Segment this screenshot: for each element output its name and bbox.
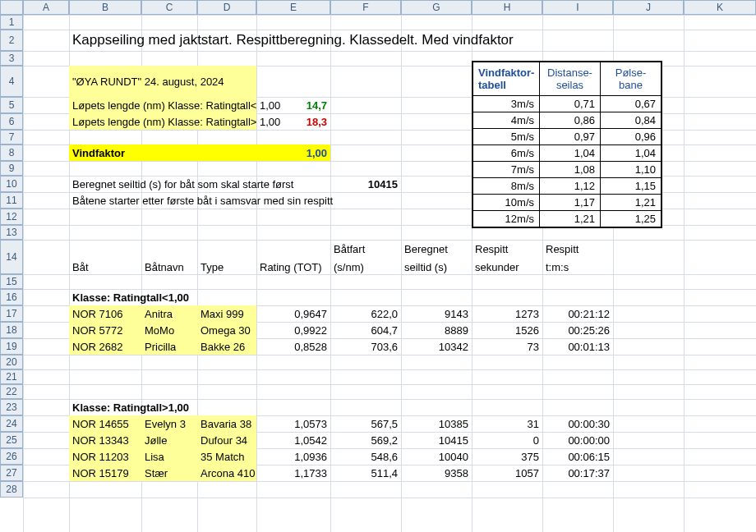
row-header[interactable]: 12 (0, 209, 23, 225)
col-header[interactable]: G (401, 0, 472, 15)
row-header[interactable]: 4 (0, 66, 23, 97)
row-header[interactable]: 16 (0, 289, 23, 305)
table-cell[interactable]: NOR 14655 (69, 415, 141, 432)
row-header[interactable]: 26 (0, 448, 23, 465)
row-header[interactable]: 19 (0, 338, 23, 355)
row-header[interactable]: 21 (0, 369, 23, 384)
table-cell[interactable]: 00:06:15 (542, 448, 613, 465)
row-header[interactable]: 13 (0, 225, 23, 240)
table-cell[interactable]: 703,6 (330, 338, 401, 355)
table-cell[interactable]: Pricilla (141, 338, 197, 355)
col-header[interactable]: E (256, 0, 330, 15)
row-header[interactable]: 3 (0, 51, 23, 66)
table-cell[interactable]: NOR 2682 (69, 338, 141, 355)
table-cell[interactable]: 0,8528 (256, 338, 330, 355)
table-cell[interactable]: Bakke 26 (197, 338, 256, 355)
col-header[interactable]: F (330, 0, 401, 15)
table-cell[interactable]: NOR 15179 (69, 465, 141, 481)
row-header[interactable]: 7 (0, 130, 23, 144)
table-cell[interactable]: Maxi 999 (197, 305, 256, 322)
table-cell[interactable]: 73 (472, 338, 542, 355)
table-cell[interactable]: 569,2 (330, 432, 401, 448)
table-cell[interactable]: 1526 (472, 322, 542, 338)
table-cell[interactable]: 375 (472, 448, 542, 465)
col-header[interactable]: H (472, 0, 542, 15)
table-cell[interactable]: 548,6 (330, 448, 401, 465)
row-header[interactable]: 28 (0, 481, 23, 498)
table-cell[interactable]: 00:00:30 (542, 415, 613, 432)
row-header[interactable]: 24 (0, 415, 23, 432)
table-cell[interactable]: 9143 (401, 305, 472, 322)
table-cell[interactable]: Jølle (141, 432, 197, 448)
row-header[interactable]: 10 (0, 176, 23, 192)
col-header[interactable]: K (684, 0, 756, 15)
table-cell[interactable]: 1,0936 (256, 448, 330, 465)
table-cell[interactable]: 10385 (401, 415, 472, 432)
row-header[interactable]: 18 (0, 322, 23, 338)
col-header[interactable]: C (141, 0, 197, 15)
table-cell[interactable]: Bavaria 38 (197, 415, 256, 432)
table-cell[interactable]: 622,0 (330, 305, 401, 322)
row-header[interactable]: 1 (0, 15, 23, 30)
row-header[interactable]: 20 (0, 355, 23, 369)
col-header[interactable]: I (542, 0, 613, 15)
cell-area[interactable]: Kappseiling med jaktstart. Respittberegn… (23, 15, 756, 532)
table-cell[interactable]: 10040 (401, 448, 472, 465)
row-header[interactable]: 5 (0, 97, 23, 113)
table-cell[interactable]: 0 (472, 432, 542, 448)
table-cell[interactable]: 8889 (401, 322, 472, 338)
row-header[interactable]: 8 (0, 144, 23, 161)
table-cell[interactable]: 604,7 (330, 322, 401, 338)
row-header[interactable]: 6 (0, 113, 23, 130)
table-cell[interactable]: Dufour 34 (197, 432, 256, 448)
table-cell[interactable]: 10342 (401, 338, 472, 355)
col-header[interactable]: A (23, 0, 69, 15)
table-cell[interactable]: NOR 11203 (69, 448, 141, 465)
table-cell[interactable]: NOR 7106 (69, 305, 141, 322)
table-cell[interactable]: Stær (141, 465, 197, 481)
col-header[interactable]: J (613, 0, 684, 15)
col-header[interactable]: B (69, 0, 141, 15)
table-cell[interactable]: Evelyn 3 (141, 415, 197, 432)
table-cell[interactable]: MoMo (141, 322, 197, 338)
table-cell[interactable]: 00:17:37 (542, 465, 613, 481)
table-cell[interactable]: 0,9922 (256, 322, 330, 338)
table-cell[interactable]: NOR 13343 (69, 432, 141, 448)
table-cell[interactable]: 1057 (472, 465, 542, 481)
wind-value[interactable]: 1,00 (256, 144, 330, 161)
len1-value[interactable]: 14,7 (256, 97, 330, 113)
row-header[interactable]: 22 (0, 384, 23, 399)
table-cell[interactable]: Anitra (141, 305, 197, 322)
table-cell[interactable]: 00:21:12 (542, 305, 613, 322)
table-cell[interactable]: 10415 (401, 432, 472, 448)
table-cell[interactable]: Arcona 410 (197, 465, 256, 481)
table-cell[interactable]: 1,1733 (256, 465, 330, 481)
row-header[interactable]: 27 (0, 465, 23, 481)
table-cell[interactable]: 00:00:00 (542, 432, 613, 448)
table-cell[interactable]: 511,4 (330, 465, 401, 481)
row-header[interactable]: 25 (0, 432, 23, 448)
row-header[interactable]: 9 (0, 161, 23, 176)
table-cell[interactable]: 00:25:26 (542, 322, 613, 338)
table-cell[interactable]: 567,5 (330, 415, 401, 432)
table-cell[interactable]: 1273 (472, 305, 542, 322)
table-cell[interactable]: 31 (472, 415, 542, 432)
table-cell[interactable]: 35 Match (197, 448, 256, 465)
row-header[interactable]: 15 (0, 274, 23, 289)
table-cell[interactable]: 9358 (401, 465, 472, 481)
corner-cell[interactable] (0, 0, 23, 15)
table-cell[interactable]: Omega 30 (197, 322, 256, 338)
table-cell[interactable]: 0,9647 (256, 305, 330, 322)
col-header[interactable]: D (197, 0, 256, 15)
table-cell[interactable]: 1,0573 (256, 415, 330, 432)
row-header[interactable]: 14 (0, 240, 23, 274)
len2-value[interactable]: 18,3 (256, 113, 330, 130)
row-header[interactable]: 2 (0, 30, 23, 51)
row-header[interactable]: 23 (0, 399, 23, 415)
row-header[interactable]: 11 (0, 192, 23, 209)
table-cell[interactable]: 1,0542 (256, 432, 330, 448)
table-cell[interactable]: Lisa (141, 448, 197, 465)
table-cell[interactable]: NOR 5772 (69, 322, 141, 338)
row-header[interactable]: 17 (0, 305, 23, 322)
table-cell[interactable]: 00:01:13 (542, 338, 613, 355)
